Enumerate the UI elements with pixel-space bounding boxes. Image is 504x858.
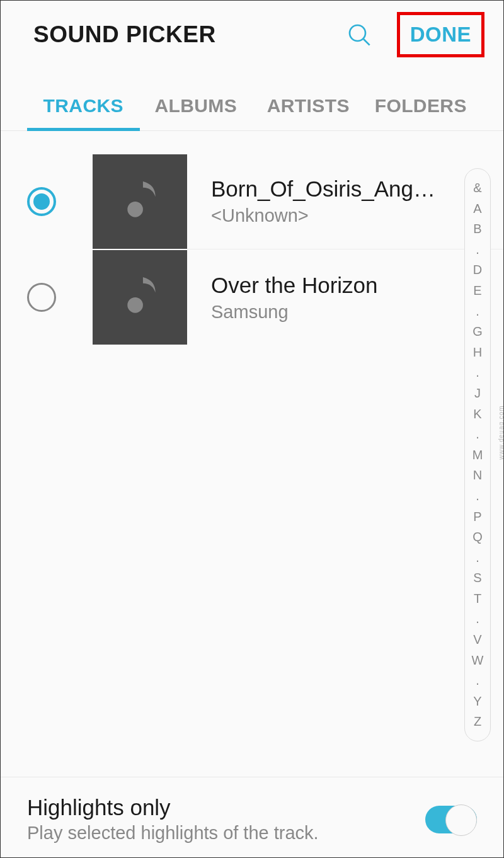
index-letter[interactable]: .: [476, 547, 479, 568]
index-letter[interactable]: .: [476, 362, 479, 383]
index-letter[interactable]: .: [476, 239, 479, 260]
tab-tracks[interactable]: TRACKS: [27, 86, 140, 130]
svg-point-0: [350, 25, 365, 41]
index-letter[interactable]: E: [473, 280, 481, 301]
index-letter[interactable]: T: [474, 588, 481, 609]
done-button[interactable]: DONE: [410, 23, 471, 46]
track-artist: <Unknown>: [211, 205, 453, 226]
index-letter[interactable]: S: [473, 568, 481, 588]
tab-artists[interactable]: ARTISTS: [252, 86, 365, 130]
index-letter[interactable]: Y: [473, 691, 481, 712]
index-letter[interactable]: J: [474, 383, 481, 404]
svg-line-1: [364, 39, 370, 45]
page-title: SOUND PICKER: [33, 21, 346, 48]
track-artist: Samsung: [211, 302, 453, 323]
radio-selected-icon[interactable]: [27, 187, 56, 216]
header: SOUND PICKER DONE: [1, 1, 503, 66]
index-letter[interactable]: W: [472, 650, 484, 671]
track-thumbnail: [93, 154, 187, 249]
watermark: www.deuaq.com: [498, 405, 505, 459]
radio-unselected-icon[interactable]: [27, 283, 56, 312]
index-letter[interactable]: .: [476, 424, 479, 445]
highlights-subtitle: Play selected highlights of the track.: [27, 823, 425, 844]
index-letter[interactable]: B: [473, 219, 481, 239]
index-letter[interactable]: &: [473, 178, 481, 198]
tabs-bar: TRACKS ALBUMS ARTISTS FOLDERS: [1, 86, 503, 131]
index-letter[interactable]: .: [476, 670, 479, 691]
index-letter[interactable]: .: [476, 301, 479, 322]
done-button-highlight: DONE: [397, 12, 484, 57]
index-letter[interactable]: H: [473, 342, 482, 363]
track-text: Born_Of_Osiris_Ang… <Unknown>: [187, 154, 503, 249]
index-letter[interactable]: Q: [472, 527, 483, 547]
index-letter[interactable]: A: [473, 198, 481, 219]
index-letter[interactable]: P: [473, 506, 481, 527]
tab-albums[interactable]: ALBUMS: [140, 86, 253, 130]
index-letter[interactable]: .: [476, 609, 479, 629]
track-row[interactable]: Born_Of_Osiris_Ang… <Unknown>: [27, 154, 503, 249]
alphabet-index[interactable]: & A B . D E . G H . J K . M N . P Q . S …: [464, 168, 491, 741]
footer: Highlights only Play selected highlights…: [1, 777, 503, 857]
highlights-title: Highlights only: [27, 795, 425, 820]
track-text: Over the Horizon Samsung: [187, 249, 503, 345]
footer-text: Highlights only Play selected highlights…: [27, 795, 425, 844]
track-list: Born_Of_Osiris_Ang… <Unknown> Over the H…: [1, 131, 503, 345]
music-note-icon: [121, 274, 159, 321]
track-title: Over the Horizon: [211, 273, 453, 298]
index-letter[interactable]: .: [476, 486, 479, 506]
tab-folders[interactable]: FOLDERS: [365, 86, 478, 130]
index-letter[interactable]: V: [473, 629, 481, 650]
music-note-icon: [121, 178, 159, 225]
index-letter[interactable]: Z: [474, 711, 481, 732]
track-thumbnail: [93, 250, 187, 345]
track-row[interactable]: Over the Horizon Samsung: [27, 249, 503, 345]
track-title: Born_Of_Osiris_Ang…: [211, 176, 453, 202]
search-icon[interactable]: [346, 22, 372, 47]
index-letter[interactable]: G: [472, 321, 483, 342]
highlights-toggle[interactable]: [425, 806, 477, 833]
index-letter[interactable]: D: [473, 260, 482, 280]
index-letter[interactable]: M: [472, 445, 483, 466]
index-letter[interactable]: N: [473, 465, 482, 486]
index-letter[interactable]: K: [473, 404, 481, 425]
